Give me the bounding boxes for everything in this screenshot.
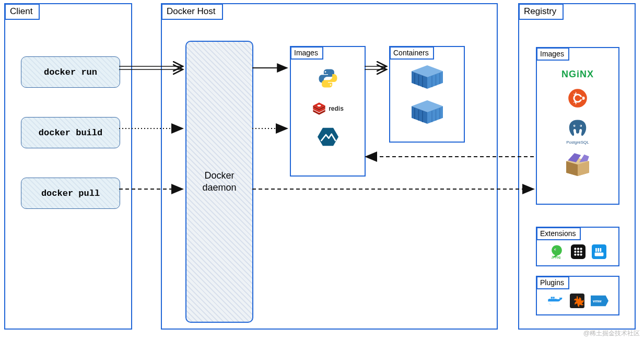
registry-panel: Registry Images NGiNX	[518, 3, 636, 330]
host-images-title: Images	[290, 46, 323, 60]
docker-host-title: Docker Host	[161, 4, 223, 20]
svg-point-2	[318, 104, 321, 107]
docker-daemon-box: Docker daemon	[185, 41, 253, 323]
registry-plugins-box: Plugins	[536, 276, 619, 315]
registry-images-title: Images	[536, 48, 569, 61]
postgresql-icon: PostgreSQL	[566, 119, 589, 145]
jfrog-icon: JFrog	[549, 244, 565, 261]
client-title: Client	[5, 4, 40, 20]
vmware-icon: vmw	[591, 294, 608, 310]
registry-images-box: Images NGiNX	[536, 47, 619, 205]
postgresql-label: PostgreSQL	[566, 140, 589, 145]
cmd-docker-pull: docker pull	[21, 178, 120, 209]
svg-rect-63	[553, 297, 555, 298]
svg-point-0	[324, 71, 326, 73]
svg-point-52	[580, 254, 582, 256]
svg-rect-54	[595, 252, 604, 256]
client-panel: Client docker run docker build docker pu…	[4, 3, 132, 330]
svg-text:vmw: vmw	[593, 299, 602, 303]
grid-app-icon	[571, 244, 586, 261]
svg-rect-62	[551, 297, 553, 298]
nginx-icon: NGiNX	[561, 69, 594, 80]
registry-extensions-box: Extensions JFrog	[536, 227, 619, 266]
watermark: @稀土掘金技术社区	[583, 329, 640, 338]
cmd-docker-run: docker run	[21, 56, 120, 88]
alpine-icon	[318, 126, 338, 149]
redis-label: redis	[329, 105, 344, 112]
container-icon	[412, 65, 443, 91]
svg-point-44	[574, 248, 576, 250]
python-icon	[318, 68, 338, 91]
svg-rect-57	[600, 248, 601, 252]
registry-plugins-title: Plugins	[536, 276, 569, 289]
svg-point-46	[580, 248, 582, 250]
svg-rect-56	[598, 248, 599, 252]
svg-rect-58	[549, 299, 551, 300]
svg-point-48	[577, 251, 579, 253]
host-containers-box: Containers	[389, 46, 465, 143]
svg-rect-27	[580, 97, 582, 100]
docker-host-panel: Docker Host Docker daemon Images	[161, 3, 498, 330]
svg-point-45	[577, 248, 579, 250]
svg-rect-55	[595, 248, 597, 252]
docker-daemon-label: Docker daemon	[202, 170, 236, 194]
svg-rect-61	[555, 299, 556, 300]
cmd-docker-build: docker build	[21, 117, 120, 148]
redis-icon: redis	[312, 102, 344, 115]
svg-point-41	[555, 249, 556, 250]
svg-rect-59	[551, 299, 553, 300]
svg-text:JFrog: JFrog	[552, 255, 561, 259]
svg-point-49	[580, 251, 582, 253]
ubuntu-icon	[568, 88, 588, 110]
svg-point-1	[330, 84, 331, 86]
box-icon	[565, 153, 591, 178]
registry-title: Registry	[519, 4, 564, 20]
svg-point-47	[574, 251, 576, 253]
docker-whale-icon	[547, 294, 564, 310]
svg-rect-60	[553, 299, 555, 300]
host-images-box: Images redis	[290, 46, 366, 177]
container-icon	[412, 100, 443, 126]
svg-point-50	[574, 254, 576, 256]
svg-point-32	[575, 125, 576, 126]
svg-point-33	[580, 125, 581, 126]
svg-point-51	[577, 254, 579, 256]
grafana-icon	[570, 294, 584, 310]
registry-extensions-title: Extensions	[536, 227, 581, 240]
portainer-icon	[592, 244, 606, 261]
host-containers-title: Containers	[390, 46, 434, 60]
